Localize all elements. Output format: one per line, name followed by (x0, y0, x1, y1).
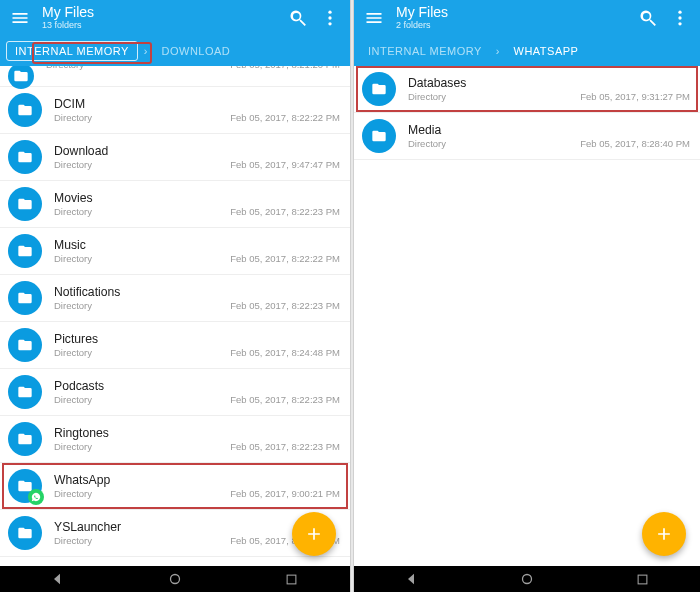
item-date: Feb 05, 2017, 8:28:40 PM (580, 138, 690, 149)
item-date: Feb 05, 2017, 8:22:22 PM (230, 112, 340, 123)
item-type: Directory (54, 441, 92, 452)
item-name: Ringtones (54, 426, 340, 440)
list-item[interactable]: DirectoryFeb 05, 2017, 8:21:20 PM (0, 66, 350, 87)
item-type: Directory (54, 535, 92, 546)
list-item-meta: MusicDirectoryFeb 05, 2017, 8:22:22 PM (54, 238, 340, 264)
list-item-meta: MediaDirectoryFeb 05, 2017, 8:28:40 PM (408, 123, 690, 149)
item-date: Feb 05, 2017, 8:21:20 PM (230, 66, 340, 70)
folder-icon (8, 328, 42, 362)
item-date: Feb 05, 2017, 8:22:23 PM (230, 206, 340, 217)
back-icon[interactable] (403, 570, 421, 588)
list-item[interactable]: PicturesDirectoryFeb 05, 2017, 8:24:48 P… (0, 322, 350, 369)
item-name: Music (54, 238, 340, 252)
android-navbar (354, 566, 700, 592)
recents-icon[interactable] (633, 570, 651, 588)
item-name: DCIM (54, 97, 340, 111)
menu-icon[interactable] (364, 8, 384, 28)
breadcrumb-item[interactable]: WHATSAPP (506, 42, 587, 60)
list-item[interactable]: MusicDirectoryFeb 05, 2017, 8:22:22 PM (0, 228, 350, 275)
item-type: Directory (54, 347, 92, 358)
svg-point-5 (678, 11, 681, 14)
appbar-subtitle: 2 folders (396, 21, 448, 31)
search-icon[interactable] (638, 8, 658, 28)
back-icon[interactable] (49, 570, 67, 588)
appbar: My Files 13 folders (0, 0, 350, 36)
menu-icon[interactable] (10, 8, 30, 28)
svg-point-0 (328, 11, 331, 14)
appbar-title: My Files (396, 5, 448, 20)
folder-icon (362, 119, 396, 153)
add-button[interactable] (292, 512, 336, 556)
add-button[interactable] (642, 512, 686, 556)
breadcrumb: INTERNAL MEMORY›DOWNLOAD (0, 36, 350, 66)
home-icon[interactable] (166, 570, 184, 588)
breadcrumb-item[interactable]: INTERNAL MEMORY (6, 41, 138, 61)
list-item[interactable]: RingtonesDirectoryFeb 05, 2017, 8:22:23 … (0, 416, 350, 463)
item-date: Feb 05, 2017, 8:22:22 PM (230, 253, 340, 264)
svg-point-3 (170, 575, 179, 584)
list-item[interactable]: DCIMDirectoryFeb 05, 2017, 8:22:22 PM (0, 87, 350, 134)
item-type: Directory (54, 253, 92, 264)
list-item-meta: DirectoryFeb 05, 2017, 8:21:20 PM (46, 66, 340, 70)
folder-icon (8, 234, 42, 268)
item-date: Feb 05, 2017, 9:47:47 PM (230, 159, 340, 170)
item-name: Media (408, 123, 690, 137)
list-item[interactable]: WhatsAppDirectoryFeb 05, 2017, 9:00:21 P… (0, 463, 350, 510)
list-item[interactable]: PodcastsDirectoryFeb 05, 2017, 8:22:23 P… (0, 369, 350, 416)
home-icon[interactable] (518, 570, 536, 588)
item-name: Podcasts (54, 379, 340, 393)
recents-icon[interactable] (283, 570, 301, 588)
folder-icon (8, 140, 42, 174)
list-item-meta: RingtonesDirectoryFeb 05, 2017, 8:22:23 … (54, 426, 340, 452)
appbar-title-block: My Files 13 folders (42, 5, 94, 30)
item-name: Pictures (54, 332, 340, 346)
list-item[interactable]: DatabasesDirectoryFeb 05, 2017, 9:31:27 … (354, 66, 700, 113)
svg-point-6 (678, 16, 681, 19)
item-date: Feb 05, 2017, 9:00:21 PM (230, 488, 340, 499)
item-type: Directory (408, 91, 446, 102)
appbar-title: My Files (42, 5, 94, 20)
item-date: Feb 05, 2017, 8:22:23 PM (230, 394, 340, 405)
folder-icon (8, 516, 42, 550)
list-item-meta: DCIMDirectoryFeb 05, 2017, 8:22:22 PM (54, 97, 340, 123)
folder-list[interactable]: DatabasesDirectoryFeb 05, 2017, 9:31:27 … (354, 66, 700, 566)
chevron-right-icon: › (144, 45, 148, 57)
folder-icon (8, 66, 34, 89)
item-type: Directory (54, 206, 92, 217)
list-item[interactable]: MediaDirectoryFeb 05, 2017, 8:28:40 PM (354, 113, 700, 160)
list-item[interactable]: MoviesDirectoryFeb 05, 2017, 8:22:23 PM (0, 181, 350, 228)
folder-icon (8, 281, 42, 315)
appbar-title-block: My Files 2 folders (396, 5, 448, 30)
breadcrumb: INTERNAL MEMORY›WHATSAPP (354, 36, 700, 66)
item-type: Directory (408, 138, 446, 149)
breadcrumb-item[interactable]: INTERNAL MEMORY (360, 42, 490, 60)
item-date: Feb 05, 2017, 8:22:23 PM (230, 441, 340, 452)
item-name: Download (54, 144, 340, 158)
folder-list[interactable]: DirectoryFeb 05, 2017, 8:21:20 PMDCIMDir… (0, 66, 350, 566)
appbar-subtitle: 13 folders (42, 21, 94, 31)
folder-icon (8, 93, 42, 127)
folder-icon (362, 72, 396, 106)
android-navbar (0, 566, 350, 592)
item-name: Databases (408, 76, 690, 90)
item-type: Directory (46, 66, 84, 70)
item-type: Directory (54, 159, 92, 170)
list-item-meta: NotificationsDirectoryFeb 05, 2017, 8:22… (54, 285, 340, 311)
breadcrumb-item[interactable]: DOWNLOAD (154, 42, 239, 60)
overflow-icon[interactable] (320, 8, 340, 28)
item-date: Feb 05, 2017, 8:22:23 PM (230, 300, 340, 311)
item-name: Notifications (54, 285, 340, 299)
item-name: WhatsApp (54, 473, 340, 487)
svg-rect-4 (287, 575, 296, 584)
item-date: Feb 05, 2017, 8:24:48 PM (230, 347, 340, 358)
svg-point-1 (328, 16, 331, 19)
item-date: Feb 05, 2017, 9:31:27 PM (580, 91, 690, 102)
screen-left: My Files 13 folders INTERNAL MEMORY›DOWN… (0, 0, 350, 592)
list-item-meta: WhatsAppDirectoryFeb 05, 2017, 9:00:21 P… (54, 473, 340, 499)
search-icon[interactable] (288, 8, 308, 28)
whatsapp-icon (28, 489, 44, 505)
item-type: Directory (54, 112, 92, 123)
list-item[interactable]: DownloadDirectoryFeb 05, 2017, 9:47:47 P… (0, 134, 350, 181)
overflow-icon[interactable] (670, 8, 690, 28)
list-item[interactable]: NotificationsDirectoryFeb 05, 2017, 8:22… (0, 275, 350, 322)
